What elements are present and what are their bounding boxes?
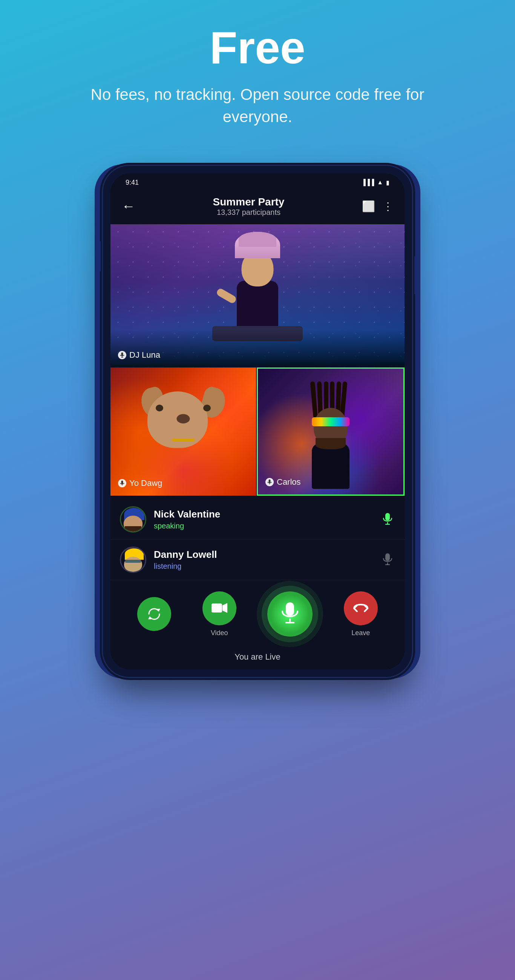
bottom-videos: Yo Dawg (110, 368, 405, 496)
leave-control[interactable]: Leave (344, 592, 378, 637)
carlos-torso (312, 444, 349, 489)
phone-container: 9:41 ▐▐▐ ▲ ▮ ← Summer Party 13,337 parti… (103, 166, 412, 677)
svg-rect-15 (212, 603, 222, 612)
header-title-block: Summer Party 13,337 participants (213, 196, 285, 217)
yo-dawg-name: Yo Dawg (129, 478, 162, 488)
svg-rect-10 (385, 553, 390, 561)
dog-nose (177, 414, 190, 423)
wifi-icon: ▲ (377, 179, 383, 186)
controls-area: Video (110, 584, 405, 648)
dog-eye-left (156, 404, 163, 411)
yo-dawg-label: Yo Dawg (118, 478, 162, 488)
channel-title: Summer Party (213, 196, 285, 208)
nick-avatar-image (121, 508, 145, 531)
carlos-glasses (312, 417, 349, 426)
leave-button[interactable] (344, 592, 378, 625)
video-grid: DJ Luna (110, 224, 405, 496)
leave-label: Leave (351, 629, 370, 637)
carlos-figure (293, 382, 368, 479)
status-time: 9:41 (126, 179, 139, 186)
signal-icon: ▐▐▐ (361, 179, 374, 186)
dj-equipment-overlay (110, 330, 405, 368)
hero-subtitle: No fees, no tracking. Open source code f… (88, 84, 427, 128)
live-status-text: You are Live (234, 652, 281, 662)
participant-nick-valentine[interactable]: Nick Valentine speaking (110, 500, 405, 540)
hero-section: Free No fees, no tracking. Open source c… (0, 0, 515, 143)
dog-necklace (172, 438, 195, 441)
dog-eye-right (203, 404, 211, 411)
carlos-name: Carlos (277, 477, 301, 487)
main-mic-button[interactable] (267, 592, 313, 636)
hero-title: Free (210, 22, 305, 72)
live-status: You are Live (110, 648, 405, 670)
danny-info: Danny Lowell listening (154, 549, 373, 571)
danny-status: listening (154, 562, 373, 571)
dog-face-container (140, 384, 226, 470)
nick-mic-icon (380, 512, 395, 527)
header-icons: ⬜ ⋮ (362, 200, 393, 213)
app-header: ← Summer Party 13,337 participants ⬜ ⋮ (110, 192, 405, 224)
svg-rect-5 (269, 479, 271, 483)
svg-marker-16 (222, 603, 227, 613)
dj-figure (209, 232, 306, 345)
nick-name: Nick Valentine (154, 509, 373, 520)
danny-avatar-image (121, 548, 145, 572)
danny-name: Danny Lowell (154, 549, 373, 560)
back-button[interactable]: ← (122, 198, 136, 214)
nick-status: speaking (154, 522, 373, 530)
main-mic-control[interactable] (267, 592, 313, 636)
participants-list: Nick Valentine speaking (110, 496, 405, 584)
participant-danny-lowell[interactable]: Danny Lowell listening (110, 540, 405, 580)
video-label: Video (211, 629, 228, 637)
nick-info: Nick Valentine speaking (154, 509, 373, 530)
mic-icon-yo-dawg (118, 479, 126, 487)
mic-icon-carlos (265, 478, 274, 486)
phone-screen: 9:41 ▐▐▐ ▲ ▮ ← Summer Party 13,337 parti… (110, 173, 405, 670)
dj-body (237, 281, 278, 334)
sync-control[interactable] (137, 597, 171, 631)
dj-hair-top (239, 232, 276, 247)
nick-avatar (120, 506, 146, 533)
video-yo-dawg[interactable]: Yo Dawg (110, 368, 257, 496)
mic-icon-dj (118, 351, 126, 359)
danny-avatar (120, 547, 146, 573)
svg-rect-17 (286, 602, 294, 616)
svg-rect-7 (385, 513, 390, 520)
danny-mic-icon (380, 552, 395, 567)
svg-rect-0 (121, 352, 123, 356)
carlos-beard (316, 438, 346, 449)
carlos-label: Carlos (265, 477, 301, 487)
status-bar: 9:41 ▐▐▐ ▲ ▮ (110, 173, 405, 192)
battery-icon: ▮ (386, 179, 389, 186)
video-control[interactable]: Video (202, 592, 236, 637)
video-carlos[interactable]: Carlos (257, 368, 405, 496)
dj-name-label: DJ Luna (129, 350, 160, 360)
participants-count: 13,337 participants (213, 208, 285, 217)
video-button[interactable] (202, 592, 236, 625)
svg-rect-3 (121, 480, 123, 484)
main-video-label: DJ Luna (118, 350, 160, 360)
screen-share-icon[interactable]: ⬜ (362, 200, 375, 213)
phone-frame: 9:41 ▐▐▐ ▲ ▮ ← Summer Party 13,337 parti… (103, 166, 412, 677)
status-icons: ▐▐▐ ▲ ▮ (361, 179, 389, 186)
sync-button[interactable] (137, 597, 171, 631)
main-video-dj-luna[interactable]: DJ Luna (110, 224, 405, 368)
dj-arm (216, 287, 238, 304)
more-options-icon[interactable]: ⋮ (383, 200, 393, 213)
